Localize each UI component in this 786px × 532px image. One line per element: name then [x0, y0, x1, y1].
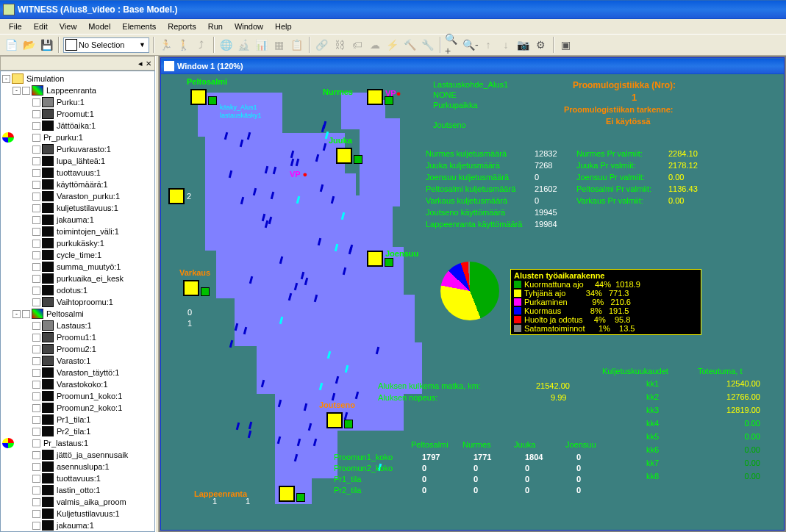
tree-view[interactable]: -Simulation-LappeenrantaPurku:1Proomut:1…: [0, 71, 155, 532]
tree-row[interactable]: Proomun2_koko:1: [2, 402, 153, 414]
globe-icon[interactable]: 🌐: [218, 37, 235, 53]
tree-row[interactable]: Pr_purku:1: [2, 132, 153, 143]
menu-window[interactable]: Window: [229, 21, 269, 32]
tree-row[interactable]: -Lappeenranta: [2, 85, 153, 96]
checkbox[interactable]: [22, 87, 30, 95]
tree-row[interactable]: lupa_lähteä:1: [2, 155, 153, 167]
checkbox[interactable]: [32, 287, 40, 295]
tree-row[interactable]: valmis_aika_proom: [2, 496, 153, 508]
checkbox[interactable]: [32, 275, 40, 283]
checkbox[interactable]: [32, 416, 40, 424]
tree-row[interactable]: Lastaus:1: [2, 320, 153, 331]
checkbox[interactable]: [32, 240, 40, 248]
tree-row[interactable]: toimintojen_väli:1: [2, 226, 153, 237]
tree-row[interactable]: Varasto:1: [2, 355, 153, 367]
zoom-out-icon[interactable]: 🔍-: [462, 37, 479, 53]
map-node-joutseno[interactable]: [326, 412, 343, 428]
checkbox[interactable]: [32, 404, 40, 412]
new-file-icon[interactable]: 📄: [3, 37, 19, 53]
tree-row[interactable]: Varaston_täyttö:1: [2, 367, 153, 378]
checkbox[interactable]: [32, 98, 40, 107]
checkbox[interactable]: [32, 357, 40, 365]
checkbox[interactable]: [32, 157, 40, 165]
tree-row[interactable]: Proomu2:1: [2, 343, 153, 355]
menu-elements[interactable]: Elements: [116, 21, 162, 32]
tree-row[interactable]: Varaston_purku:1: [2, 190, 153, 202]
settings-icon[interactable]: ⚙: [533, 37, 549, 53]
tree-row[interactable]: jättö_ja_asennusaik: [2, 449, 153, 461]
walk-icon[interactable]: 🚶: [176, 37, 192, 53]
tree-row[interactable]: summa_muutyö:1: [2, 261, 153, 273]
checkbox[interactable]: [32, 228, 40, 236]
tree-row[interactable]: Proomut:1: [2, 108, 153, 120]
expand-icon[interactable]: -: [2, 75, 10, 83]
subwindow-titlebar[interactable]: Window 1 (120%): [161, 58, 784, 74]
menu-model[interactable]: Model: [82, 21, 116, 32]
checkbox[interactable]: [32, 439, 40, 447]
checkbox[interactable]: [32, 498, 40, 506]
tree-row[interactable]: purkukäsky:1: [2, 237, 153, 249]
checkbox[interactable]: [32, 334, 40, 342]
tree-row[interactable]: Vaihtoproomu:1: [2, 296, 153, 308]
checkbox[interactable]: [32, 193, 40, 201]
menu-view[interactable]: View: [54, 21, 83, 32]
tree-row[interactable]: Jättöaika:1: [2, 120, 153, 132]
checkbox[interactable]: [32, 122, 40, 130]
tree-row[interactable]: käyttömäärä:1: [2, 179, 153, 190]
report-icon[interactable]: 📋: [289, 37, 305, 53]
tree-row[interactable]: odotus:1: [2, 284, 153, 296]
tree-row[interactable]: kuljetustilavuus:1: [2, 202, 153, 214]
checkbox[interactable]: [32, 392, 40, 400]
simulation-canvas[interactable]: PeltosalmiNurmesJuukaJoensuuVarkausJouts…: [161, 74, 784, 530]
map-node-varkaus[interactable]: [183, 280, 199, 296]
tree-row[interactable]: tuottavuus:1: [2, 472, 153, 484]
tree-row[interactable]: purkuaika_ei_kesk: [2, 273, 153, 284]
checkbox[interactable]: [32, 475, 40, 483]
checkbox[interactable]: [32, 381, 40, 389]
menu-edit[interactable]: Edit: [28, 21, 54, 32]
checkbox[interactable]: [32, 145, 40, 154]
save-file-icon[interactable]: 💾: [38, 37, 54, 53]
tree-row[interactable]: Pr1_tila:1: [2, 414, 153, 425]
cloud-icon[interactable]: ☁: [367, 37, 383, 53]
selection-input[interactable]: [79, 40, 137, 49]
tree-row[interactable]: Proomun1_koko:1: [2, 390, 153, 402]
table-icon[interactable]: ▦: [271, 37, 287, 53]
tree-row[interactable]: Pr_lastaus:1: [2, 437, 153, 449]
tree-row[interactable]: Proomu1:1: [2, 331, 153, 343]
checkbox[interactable]: [32, 345, 40, 353]
menu-reports[interactable]: Reports: [162, 21, 202, 32]
map-node-extra[interactable]: [168, 188, 185, 204]
open-file-icon[interactable]: 📂: [21, 37, 37, 53]
tree-row[interactable]: tuottavuus:1: [2, 167, 153, 179]
tag-icon[interactable]: 🏷: [349, 37, 365, 53]
checkbox[interactable]: [32, 463, 40, 471]
selection-dropdown-icon[interactable]: ▼: [137, 41, 147, 48]
checkbox[interactable]: [22, 310, 30, 318]
tree-row[interactable]: Pr2_tila:1: [2, 425, 153, 437]
lightning-icon[interactable]: ⚡: [385, 37, 401, 53]
checkbox[interactable]: [32, 263, 40, 271]
tree-close-icon[interactable]: ✕: [146, 60, 151, 68]
link-icon[interactable]: 🔗: [314, 37, 330, 53]
arrow-up-icon[interactable]: ↑: [480, 37, 496, 53]
checkbox[interactable]: [32, 110, 40, 118]
menu-run[interactable]: Run: [202, 21, 229, 32]
map-node-peltosalmi[interactable]: [190, 89, 207, 105]
checkbox[interactable]: [32, 486, 40, 495]
map-node-lappeenranta[interactable]: [279, 486, 295, 502]
tree-row[interactable]: Purkuvarasto:1: [2, 143, 153, 155]
tree-row[interactable]: -Simulation: [2, 73, 153, 85]
expand-icon[interactable]: -: [12, 87, 21, 95]
checkbox[interactable]: [32, 134, 40, 142]
checkbox[interactable]: [32, 251, 40, 259]
microscope-icon[interactable]: 🔬: [236, 37, 252, 53]
hammer-icon[interactable]: 🔨: [402, 37, 418, 53]
tree-row[interactable]: Varastokoko:1: [2, 378, 153, 390]
expand-icon[interactable]: -: [12, 310, 21, 318]
map-node-nurmes[interactable]: [367, 89, 383, 105]
tree-row[interactable]: cycle_time:1: [2, 249, 153, 261]
step-icon[interactable]: ⤴: [193, 37, 210, 53]
tree-row[interactable]: lastin_otto:1: [2, 484, 153, 496]
selection-box[interactable]: ▼: [63, 37, 149, 53]
